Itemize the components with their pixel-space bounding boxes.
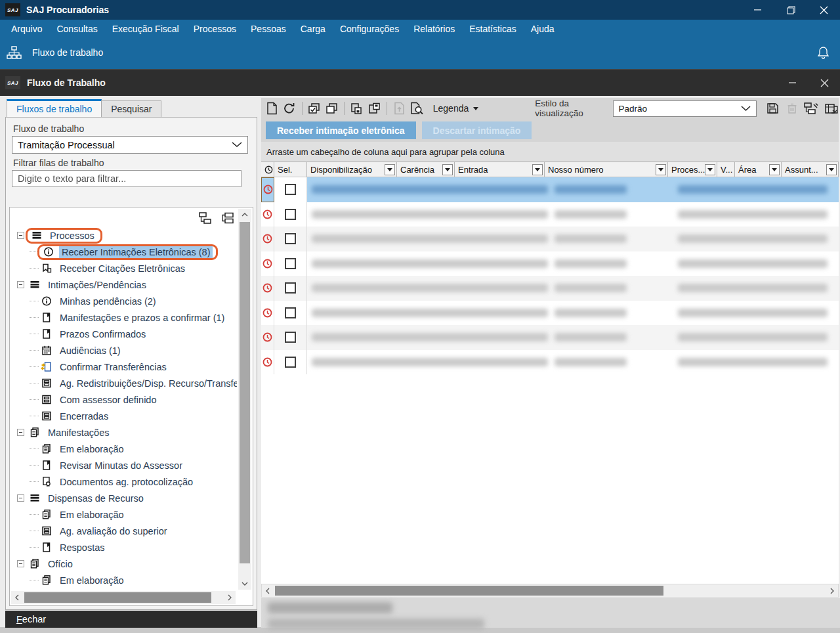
group-by-bar[interactable]: Arraste um cabeçalho de coluna aqui para… bbox=[261, 142, 839, 162]
tree-item[interactable]: Receber Intimações Eletrônicas (8) bbox=[12, 244, 237, 260]
column-filter-button[interactable] bbox=[656, 164, 666, 175]
save-page-icon[interactable] bbox=[368, 100, 381, 116]
column-filter-button[interactable] bbox=[769, 164, 780, 175]
menu-item-processos[interactable]: Processos bbox=[186, 20, 243, 38]
view-style-select[interactable]: Padrão bbox=[613, 100, 757, 117]
receive-intimation-button[interactable]: Receber intimação eletrônica bbox=[266, 121, 416, 139]
inner-close-button[interactable] bbox=[808, 70, 840, 96]
tree-item[interactable]: Encerradas bbox=[12, 408, 237, 424]
tab-fluxos-de-trabalho[interactable]: Fluxos de trabalho bbox=[7, 99, 102, 117]
column-header-clock[interactable] bbox=[261, 162, 274, 177]
new-document-icon[interactable] bbox=[265, 100, 279, 116]
tree-hscroll-thumb[interactable] bbox=[24, 592, 211, 603]
discard-intimation-button[interactable]: Descartar intimação bbox=[422, 121, 532, 139]
scroll-left-icon[interactable] bbox=[263, 584, 272, 597]
grid-row[interactable] bbox=[261, 325, 839, 350]
grid-row[interactable] bbox=[261, 202, 839, 227]
tree-item[interactable]: Ag. avaliação do superior bbox=[12, 523, 237, 539]
menu-item-configura-es[interactable]: Configurações bbox=[333, 20, 406, 38]
column-filter-button[interactable] bbox=[826, 164, 837, 175]
grid-row[interactable] bbox=[261, 177, 839, 202]
column-header-disponibilização[interactable]: Disponibilização bbox=[307, 162, 397, 177]
collapse-node-icon[interactable] bbox=[17, 560, 24, 567]
send-document-icon[interactable] bbox=[392, 100, 406, 116]
column-header-entrada[interactable]: Entrada bbox=[455, 162, 545, 177]
grid-row[interactable] bbox=[261, 276, 839, 301]
tree-item[interactable]: Respostas bbox=[12, 539, 237, 556]
menu-item-consultas[interactable]: Consultas bbox=[49, 20, 104, 38]
refresh-icon[interactable] bbox=[283, 100, 297, 116]
grid-row[interactable] bbox=[261, 301, 839, 326]
grid-hscroll-thumb[interactable] bbox=[275, 586, 663, 596]
collapse-node-icon[interactable] bbox=[17, 232, 24, 239]
scroll-left-icon[interactable] bbox=[12, 591, 22, 604]
row-checkbox[interactable] bbox=[285, 258, 296, 269]
collapse-all-icon[interactable] bbox=[220, 210, 236, 226]
tree-item[interactable]: Em elaboração bbox=[12, 572, 237, 588]
scroll-right-icon[interactable] bbox=[225, 591, 234, 604]
export-grid-icon[interactable] bbox=[824, 100, 839, 116]
notifications-bell-icon[interactable] bbox=[817, 46, 830, 60]
column-filter-button[interactable] bbox=[705, 164, 715, 175]
row-checkbox[interactable] bbox=[285, 184, 296, 195]
tree-horizontal-scrollbar[interactable] bbox=[11, 591, 236, 604]
scroll-right-icon[interactable] bbox=[828, 584, 837, 597]
restore-button[interactable] bbox=[774, 0, 807, 20]
tree-item[interactable]: Manifestações e prazos a confirmar (1) bbox=[12, 309, 237, 326]
tree-item[interactable]: Ofício bbox=[12, 556, 237, 572]
tree-item[interactable]: Com assessor definido bbox=[12, 391, 237, 408]
close-panel-button[interactable]: Fechar bbox=[5, 611, 257, 628]
column-filter-button[interactable] bbox=[442, 164, 453, 175]
tree-item[interactable]: Ag. Redistribuições/Disp. Recurso/Transf… bbox=[12, 375, 237, 391]
menu-item-carga[interactable]: Carga bbox=[293, 20, 333, 38]
tree-item[interactable]: Audiências (1) bbox=[12, 342, 237, 359]
scroll-up-icon[interactable] bbox=[238, 210, 251, 219]
scroll-down-icon[interactable] bbox=[238, 579, 251, 588]
column-header-carência[interactable]: Carência bbox=[397, 162, 455, 177]
menu-item-pessoas[interactable]: Pessoas bbox=[243, 20, 293, 38]
row-checkbox[interactable] bbox=[285, 357, 296, 368]
tree-scroll-thumb[interactable] bbox=[240, 222, 250, 563]
close-button[interactable] bbox=[807, 0, 840, 20]
row-checkbox[interactable] bbox=[285, 209, 296, 220]
tree-item[interactable]: Processos bbox=[12, 227, 237, 244]
menu-item-ajuda[interactable]: Ajuda bbox=[524, 20, 562, 38]
workflow-select[interactable]: Tramitação Processual bbox=[12, 136, 248, 154]
collapse-node-icon[interactable] bbox=[17, 494, 24, 502]
tab-pesquisar[interactable]: Pesquisar bbox=[101, 100, 161, 117]
tree-item[interactable]: Confirmar Transferências bbox=[12, 359, 237, 375]
column-header-sel-[interactable]: Sel. bbox=[274, 162, 307, 177]
column-header-nosso-número[interactable]: Nosso número bbox=[545, 162, 668, 177]
expand-all-icon[interactable] bbox=[198, 210, 213, 226]
column-header-proces-[interactable]: Proces... bbox=[668, 162, 717, 177]
deselect-all-icon[interactable] bbox=[326, 100, 339, 116]
tree-item[interactable]: Receber Citações Eletrônicas bbox=[12, 260, 237, 276]
tree-item[interactable]: Dispensas de Recurso bbox=[12, 490, 237, 506]
tree-item[interactable]: Manifestações bbox=[12, 424, 237, 441]
tree-item[interactable]: Minhas pendências (2) bbox=[12, 293, 237, 309]
row-checkbox[interactable] bbox=[285, 332, 296, 343]
menu-item-estat-sticas[interactable]: Estatísticas bbox=[462, 20, 524, 38]
minimize-button[interactable] bbox=[742, 0, 774, 20]
row-checkbox[interactable] bbox=[285, 282, 296, 294]
tree-item[interactable]: Em elaboração bbox=[12, 441, 237, 457]
preview-search-icon[interactable] bbox=[410, 100, 424, 116]
tree-vertical-scrollbar[interactable] bbox=[238, 209, 251, 590]
column-header-área[interactable]: Área bbox=[735, 162, 782, 177]
menu-item-relat-rios[interactable]: Relatórios bbox=[406, 20, 462, 38]
tree-item[interactable]: Em elaboração bbox=[12, 506, 237, 523]
legend-dropdown[interactable]: Legenda bbox=[428, 103, 484, 114]
row-checkbox[interactable] bbox=[285, 233, 296, 244]
save-style-icon[interactable] bbox=[766, 100, 780, 116]
grid-row[interactable] bbox=[261, 251, 839, 276]
column-header-assunt-[interactable]: Assunt... bbox=[782, 162, 839, 177]
select-all-icon[interactable] bbox=[308, 100, 322, 116]
menu-item-arquivo[interactable]: Arquivo bbox=[4, 20, 49, 38]
column-filter-button[interactable] bbox=[385, 164, 395, 175]
collapse-node-icon[interactable] bbox=[17, 429, 24, 436]
delete-style-icon[interactable] bbox=[785, 100, 799, 116]
tree-item[interactable]: Ag. Avaliação bbox=[12, 588, 237, 590]
collapse-node-icon[interactable] bbox=[17, 281, 24, 288]
inner-minimize-button[interactable] bbox=[777, 70, 808, 96]
grid-horizontal-scrollbar[interactable] bbox=[261, 584, 839, 598]
